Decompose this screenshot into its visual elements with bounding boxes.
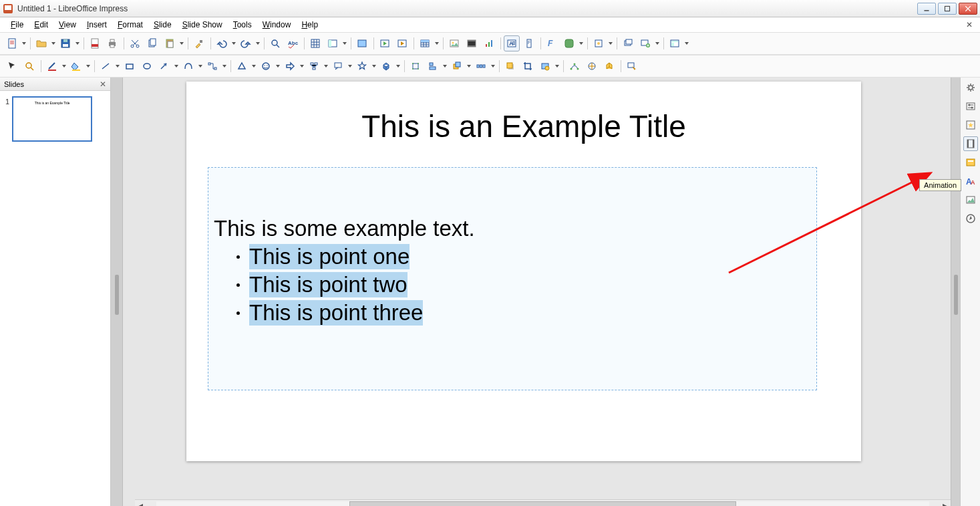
custom-anim-sidebar-button[interactable]	[963, 118, 978, 132]
master-slides-sidebar-button[interactable]	[963, 155, 978, 170]
scroll-thumb[interactable]	[349, 501, 736, 507]
slide-1[interactable]: This is an Example Title This is some ex…	[186, 82, 861, 461]
dropdown-arrow[interactable]	[371, 65, 377, 68]
select-button[interactable]	[4, 58, 20, 74]
special-char-button[interactable]	[591, 35, 607, 51]
insert-chart-button[interactable]	[481, 35, 497, 51]
insert-image-button[interactable]	[446, 35, 462, 51]
save-button[interactable]	[57, 35, 73, 51]
dropdown-arrow[interactable]	[86, 65, 91, 68]
ellipse-button[interactable]	[139, 58, 155, 74]
callouts-button[interactable]	[330, 58, 346, 74]
dropdown-arrow[interactable]	[442, 65, 448, 68]
slide-thumbnail-1[interactable]: This is an Example Title	[12, 96, 92, 142]
align-button[interactable]	[425, 58, 441, 74]
shadow-button[interactable]	[502, 58, 518, 74]
menu-file[interactable]: File	[5, 19, 29, 31]
dropdown-arrow[interactable]	[174, 65, 179, 68]
slide-title-text[interactable]: This is an Example Title	[186, 108, 861, 144]
dropdown-arrow[interactable]	[222, 65, 227, 68]
hyperlink-button[interactable]	[561, 35, 577, 51]
distribute-button[interactable]	[473, 58, 489, 74]
menu-insert[interactable]: Insert	[81, 19, 112, 31]
dropdown-arrow[interactable]	[299, 65, 305, 68]
basic-shapes-button[interactable]	[234, 58, 250, 74]
animation-sidebar-button[interactable]	[963, 136, 978, 151]
duplicate-slide-button[interactable]	[620, 35, 636, 51]
grid-button[interactable]	[307, 35, 323, 51]
menu-window[interactable]: Window	[257, 19, 297, 31]
dropdown-arrow[interactable]	[21, 42, 27, 45]
glue-button[interactable]	[584, 58, 600, 74]
menu-slide-show[interactable]: Slide Show	[177, 19, 228, 31]
gallery-sidebar-button[interactable]	[963, 193, 978, 207]
dropdown-arrow[interactable]	[51, 42, 56, 45]
open-button[interactable]	[33, 35, 49, 51]
3d-button[interactable]	[378, 58, 394, 74]
dropdown-arrow[interactable]	[554, 65, 560, 68]
dropdown-arrow[interactable]	[251, 65, 257, 68]
scroll-right-button[interactable]: ▸	[940, 501, 951, 507]
slide-content-placeholder[interactable]: This is some example text. This is point…	[208, 167, 817, 390]
start-show-button[interactable]	[377, 35, 393, 51]
dropdown-arrow[interactable]	[395, 65, 401, 68]
filter-button[interactable]	[537, 58, 553, 74]
scroll-track[interactable]	[156, 501, 929, 507]
dropdown-arrow[interactable]	[579, 42, 584, 45]
menu-tools[interactable]: Tools	[228, 19, 257, 31]
dropdown-arrow[interactable]	[342, 42, 347, 45]
crop-button[interactable]	[520, 58, 536, 74]
stars-button[interactable]	[354, 58, 370, 74]
menu-edit[interactable]: Edit	[29, 19, 53, 31]
display-views-button[interactable]	[325, 35, 341, 51]
export-pdf-button[interactable]	[87, 35, 103, 51]
bullet-1[interactable]: This is point one	[236, 244, 811, 269]
scroll-left-button[interactable]: ◂	[135, 501, 146, 507]
dropdown-arrow[interactable]	[115, 65, 120, 68]
dropdown-arrow[interactable]	[255, 42, 261, 45]
menu-slide[interactable]: Slide	[148, 19, 177, 31]
zoom-button[interactable]	[21, 58, 37, 74]
dropdown-arrow[interactable]	[684, 42, 689, 45]
new-doc-button[interactable]	[4, 35, 20, 51]
vertical-text-button[interactable]	[521, 35, 537, 51]
styles-sidebar-button[interactable]	[963, 174, 978, 188]
find-button[interactable]	[267, 35, 283, 51]
rotate-button[interactable]	[407, 58, 424, 74]
body-intro-text[interactable]: This is some example text.	[214, 216, 811, 241]
redo-button[interactable]	[238, 35, 254, 51]
window-maximize-button[interactable]	[938, 3, 957, 15]
line-color-button[interactable]	[44, 58, 60, 74]
arrange-button[interactable]	[449, 58, 465, 74]
dropdown-arrow[interactable]	[608, 42, 613, 45]
slide-transition-sidebar-button[interactable]	[963, 99, 978, 114]
fill-color-button[interactable]	[68, 58, 84, 74]
fontwork-button[interactable]	[544, 35, 560, 51]
window-minimize-button[interactable]	[917, 3, 936, 15]
line-button[interactable]	[98, 58, 114, 74]
right-panel-collapse-handle[interactable]	[951, 78, 960, 506]
undo-button[interactable]	[214, 35, 230, 51]
flowchart-button[interactable]	[306, 58, 322, 74]
menu-format[interactable]: Format	[112, 19, 148, 31]
block-arrows-button[interactable]	[282, 58, 298, 74]
new-slide-button[interactable]	[637, 35, 653, 51]
interaction-button[interactable]	[624, 58, 640, 74]
dropdown-arrow[interactable]	[179, 42, 184, 45]
spellcheck-button[interactable]	[285, 35, 301, 51]
dropdown-arrow[interactable]	[434, 42, 440, 45]
document-close-button[interactable]: ✕	[964, 19, 975, 30]
dropdown-arrow[interactable]	[323, 65, 329, 68]
dropdown-arrow[interactable]	[61, 65, 67, 68]
textbox-button[interactable]	[504, 35, 520, 51]
copy-button[interactable]	[144, 35, 160, 51]
slide-canvas[interactable]: This is an Example Title This is some ex…	[123, 78, 951, 506]
dropdown-arrow[interactable]	[655, 42, 660, 45]
clone-format-button[interactable]	[191, 35, 207, 51]
cut-button[interactable]	[127, 35, 143, 51]
curve-button[interactable]	[180, 58, 196, 74]
print-button[interactable]	[104, 35, 120, 51]
bullet-3[interactable]: This is point three	[236, 300, 811, 326]
navigator-sidebar-button[interactable]	[963, 211, 978, 226]
slide-layout-button[interactable]	[667, 35, 683, 51]
